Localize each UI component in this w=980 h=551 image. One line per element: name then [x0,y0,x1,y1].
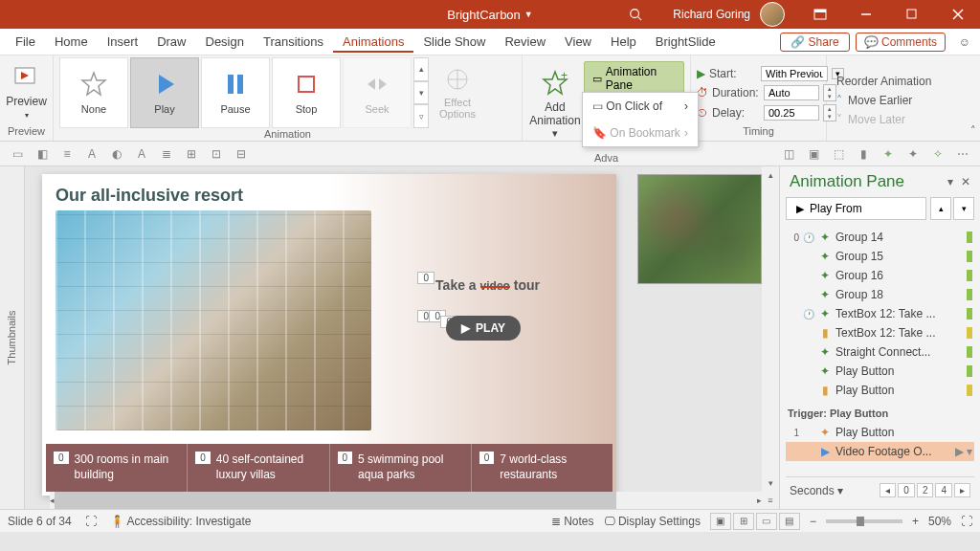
menu-file[interactable]: File [6,31,45,53]
thumbnails-panel[interactable]: Thumbnails [0,166,25,509]
anim-entry[interactable]: ✦Group 15 [786,247,974,266]
collapse-ribbon-icon[interactable]: ˄ [970,124,976,137]
anim-none[interactable]: None [59,57,128,128]
duration-input[interactable] [764,85,819,100]
fact-3[interactable]: 05 swimming pool aqua parks [330,444,472,492]
notes-button[interactable]: ≣ Notes [551,515,594,528]
anim-play[interactable]: Play [130,57,199,128]
qat-icon[interactable]: ✦ [903,144,923,164]
anim-pause[interactable]: Pause [201,57,270,128]
delay-input[interactable] [764,105,819,121]
pane-options-icon[interactable]: ▾ [947,175,953,188]
search-icon[interactable] [629,8,642,21]
qat-icon[interactable]: ◐ [107,144,126,164]
org-name[interactable]: BrightCarbon▼ [447,8,533,22]
normal-view-icon[interactable]: ▣ [710,513,731,530]
slide[interactable]: Our all-inclusive resort Take a video to… [42,174,616,496]
reading-view-icon[interactable]: ▭ [756,513,777,530]
play-from-button[interactable]: ▶ Play From [786,197,926,220]
anim-entry[interactable]: ✦Play Button [786,362,974,381]
anim-entry[interactable]: ▮TextBox 12: Take ... [786,323,974,342]
menu-home[interactable]: Home [45,31,98,53]
sorter-view-icon[interactable]: ⊞ [733,513,754,530]
anim-entry[interactable]: 🕐✦TextBox 12: Take ... [786,304,974,323]
horizontal-scrollbar[interactable]: ◂▸ [50,492,762,509]
qat-icon[interactable]: ⊞ [182,144,201,164]
anim-entry[interactable]: ✦Group 18 [786,285,974,304]
qat-icon[interactable]: ▣ [804,144,823,164]
zoom-level[interactable]: 50% [928,515,951,528]
zoom-in-icon[interactable]: + [912,515,919,528]
comments-button[interactable]: 💬 Comments [856,33,946,52]
menu-insert[interactable]: Insert [98,31,148,53]
qat-icon[interactable]: ◫ [779,144,798,164]
qat-icon[interactable]: ▭ [8,144,27,164]
animation-gallery[interactable]: None Play Pause Stop Seek ▴▾▿ [59,57,429,128]
qat-icon[interactable]: ≡ [57,144,77,164]
qat-icon[interactable]: ⊡ [207,144,226,164]
close-icon[interactable] [936,0,980,29]
slideshow-view-icon[interactable]: ▤ [779,513,800,530]
animation-list[interactable]: 0🕐✦Group 14✦Group 15✦Group 16✦Group 18🕐✦… [786,228,974,476]
feedback-icon[interactable]: ☺ [955,33,974,52]
move-down-button[interactable]: ▾ [953,197,974,220]
anim-entry[interactable]: 0🕐✦Group 14 [786,228,974,247]
move-earlier-button[interactable]: ˄Move Earlier [833,92,935,109]
move-up-button[interactable]: ▴ [930,197,951,220]
fact-2[interactable]: 040 self-contained luxury villas [188,444,329,492]
qat-icon[interactable]: A [132,144,151,164]
add-animation-button[interactable]: + Add Animation ▾ [528,72,582,139]
qat-icon[interactable]: ◧ [33,144,52,164]
qat-icon[interactable]: ✦ [879,144,898,164]
qat-icon[interactable]: ✧ [928,144,947,164]
minimize-icon[interactable] [844,0,888,29]
timeline-seconds[interactable]: Seconds ▾ ◂024▸ [786,476,974,503]
move-later-button[interactable]: ˅Move Later [833,111,935,128]
avatar[interactable] [760,2,785,27]
user-name[interactable]: Richard Goring [673,8,750,21]
lang-status[interactable]: ⛶ [85,515,97,528]
slide-title[interactable]: Our all-inclusive resort [56,186,243,206]
anim-entry[interactable]: 1✦Play Button [786,423,974,442]
menu-slideshow[interactable]: Slide Show [413,31,495,53]
vertical-scrollbar[interactable]: ▴▾≡ [762,166,779,509]
ribbon-display-icon[interactable] [798,0,842,29]
resort-image[interactable] [56,210,371,430]
tour-text[interactable]: Take a video tour [435,277,540,293]
anim-seek[interactable]: Seek [343,57,412,128]
menu-view[interactable]: View [555,31,601,53]
qat-icon[interactable]: ⊟ [232,144,251,164]
anim-entry[interactable]: ✦Group 16 [786,266,974,285]
slide-counter[interactable]: Slide 6 of 34 [8,515,72,528]
qat-more-icon[interactable]: ⋯ [953,144,972,164]
pane-close-icon[interactable]: ✕ [961,175,970,188]
qat-icon[interactable]: ⬚ [829,144,848,164]
animation-pane-button[interactable]: ▭ Animation Pane [584,61,684,96]
fit-window-icon[interactable]: ⛶ [961,515,972,528]
play-button[interactable]: ▶PLAY [446,316,521,341]
anim-stop[interactable]: Stop [272,57,341,128]
trigger-onbookmark[interactable]: 🔖 On Bookmark› [583,120,698,146]
zoom-slider[interactable] [826,519,902,523]
share-button[interactable]: 🔗 Share [780,33,849,52]
anim-entry[interactable]: ✦Straight Connect... [786,342,974,362]
menu-design[interactable]: Design [196,31,254,53]
fact-1[interactable]: 0300 rooms in main building [46,444,188,492]
accessibility-status[interactable]: 🧍 Accessibility: Investigate [110,515,252,528]
fact-4[interactable]: 07 world-class restaurants [472,444,612,492]
qat-icon[interactable]: A [82,144,101,164]
qat-icon[interactable]: ▮ [854,144,873,164]
anim-tag[interactable]: 0 [417,272,434,284]
gallery-expand[interactable]: ▴▾▿ [413,57,429,128]
menu-draw[interactable]: Draw [147,31,195,53]
video-thumbnail[interactable] [637,174,762,284]
maximize-icon[interactable] [890,0,934,29]
menu-review[interactable]: Review [495,31,555,53]
slide-canvas[interactable]: Our all-inclusive resort Take a video to… [25,166,779,509]
menu-animations[interactable]: Animations [333,31,413,53]
qat-icon[interactable]: ≣ [157,144,176,164]
preview-button[interactable]: Preview▾ [6,58,47,125]
anim-entry[interactable]: ▶Video Footage O...▶ ▾ [786,442,974,461]
display-settings-button[interactable]: 🖵 Display Settings [604,515,701,528]
anim-entry[interactable]: ▮Play Button [786,381,974,400]
